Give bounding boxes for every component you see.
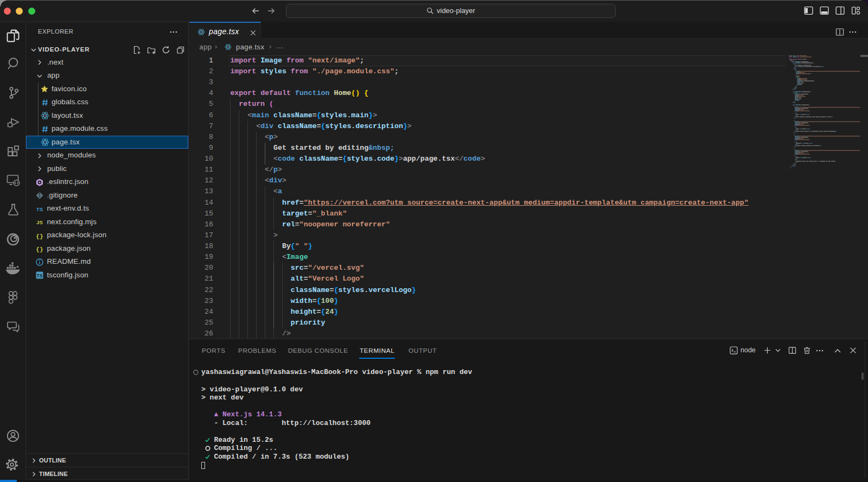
svg-text:TS: TS — [36, 273, 42, 278]
svg-text:JS: JS — [36, 219, 43, 225]
svg-text:{}: {} — [36, 246, 43, 253]
svg-text:{}: {} — [36, 233, 43, 239]
svg-text:TS: TS — [36, 206, 42, 212]
